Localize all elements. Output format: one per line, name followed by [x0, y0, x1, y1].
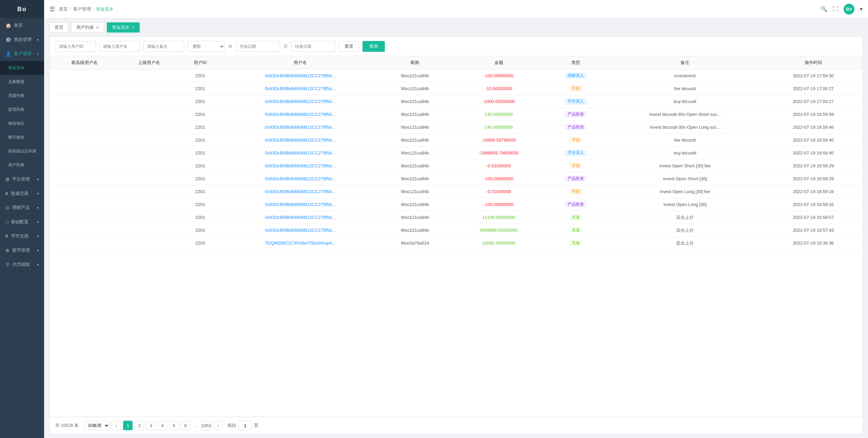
sidebar-item-newcoin[interactable]: ⊕ 新币管理 ▾: [0, 243, 44, 257]
sidebar-item-label: 提现列表: [8, 107, 24, 112]
fullscreen-icon[interactable]: ⛶: [833, 6, 838, 12]
avatar[interactable]: Bo: [844, 4, 854, 15]
username-input[interactable]: [99, 41, 140, 52]
cell-remark: investment: [606, 69, 764, 82]
cell-parent-user: [119, 172, 179, 185]
cell-parent-user: [119, 198, 179, 211]
cell-nickname: Moo121ca94b: [379, 95, 451, 108]
reset-button[interactable]: 重置: [339, 41, 359, 52]
col-amount: 金额: [451, 56, 546, 69]
filter-bar: 类型 全部 理财买入 手续 币市买入 产品投资 充值 ⚙ 至 重置 查询: [50, 37, 863, 56]
sidebar-item-kyc[interactable]: 初高级认证列表: [0, 144, 44, 158]
cell-top-user: [50, 121, 119, 134]
table-row: 2201 0x93DcB0fBd66806B12CC279f5d... Moo1…: [50, 198, 862, 211]
next-page-button[interactable]: ›: [213, 421, 223, 430]
col-remark: 备注: [606, 56, 764, 69]
cell-nickname: Moo121ca94b: [379, 172, 451, 185]
cell-remark: invest Open Short [30]: [606, 172, 764, 185]
cell-userid: 2201: [179, 134, 222, 147]
cell-type: 充值: [546, 211, 606, 224]
table-row: 2201 0x93DcB0fBd66806B12CC279f5d... Moo1…: [50, 172, 862, 185]
breadcrumb-home[interactable]: 首页: [59, 6, 68, 12]
tab-home[interactable]: 首页: [50, 22, 68, 33]
cell-top-user: [50, 108, 119, 121]
breadcrumb-customer[interactable]: 客户管理: [73, 6, 91, 12]
tab-userlist-close[interactable]: ✕: [96, 25, 99, 30]
start-date-input[interactable]: [236, 41, 280, 52]
newcoin-icon: ⊕: [5, 248, 9, 253]
menu-toggle-icon[interactable]: ☰: [50, 5, 55, 13]
sidebar-item-wallet[interactable]: 钱包地址: [0, 117, 44, 130]
cell-top-user: [50, 134, 119, 147]
cell-remark: 后台上分: [606, 211, 764, 224]
filter-settings-icon[interactable]: ⚙: [228, 44, 233, 49]
tab-funds-label: 资金流水: [112, 24, 130, 30]
page-3-button[interactable]: 3: [146, 421, 156, 430]
page-size-select[interactable]: 10条/页 20条/页 50条/页: [84, 421, 110, 430]
page-6-button[interactable]: 6: [181, 421, 190, 430]
page-unit: 页: [254, 422, 258, 429]
sidebar-item-tixian[interactable]: 提现列表: [0, 103, 44, 117]
col-parent-user: 上级用户名: [119, 56, 179, 69]
cell-amount: -100.00000000: [451, 172, 546, 185]
sidebar-item-tokenauth[interactable]: ⑦ 代币授权 ▾: [0, 257, 44, 272]
cell-type: 手续: [546, 134, 606, 147]
cell-parent-user: [119, 185, 179, 198]
page-4-button[interactable]: 4: [158, 421, 167, 430]
tab-userlist[interactable]: 用户列表 ✕: [71, 22, 104, 33]
sidebar-item-userlist[interactable]: 用户列表: [0, 158, 44, 172]
sidebar-item-home[interactable]: 🏠 首页: [0, 18, 44, 33]
type-select[interactable]: 类型 全部 理财买入 手续 币市买入 产品投资 充值: [188, 41, 225, 52]
col-top-user: 最高级用户名: [50, 56, 119, 69]
cell-type: 币市买入: [546, 95, 606, 108]
sidebar-item-funds[interactable]: 资金流水: [0, 61, 44, 75]
sidebar-item-platform[interactable]: ⊞ 平台管理 ▾: [0, 172, 44, 186]
query-button[interactable]: 查询: [362, 41, 385, 52]
cell-username: 0x93DcB0fBd66806B12CC279f5d...: [221, 211, 379, 224]
chevron-down-icon: ▾: [37, 206, 39, 210]
sidebar-item-bank[interactable]: 银行收款: [0, 130, 44, 144]
cell-remark: 后台上分: [606, 237, 764, 250]
chevron-down-icon: ▾: [37, 263, 39, 267]
page-1-button[interactable]: 1: [123, 421, 133, 430]
chevron-down-icon: ▾: [37, 220, 39, 224]
data-table-wrap: 最高级用户名 上级用户名 用户ID 用户名 昵称 金额 类型 备注 操作时间 2…: [50, 56, 863, 417]
sidebar-item-label: 首页: [14, 22, 23, 28]
logo: Bo: [0, 0, 44, 18]
cell-userid: 2201: [179, 224, 222, 237]
cell-time: 2022-07-19 16:59:40: [764, 147, 862, 160]
sidebar-item-finance[interactable]: ⊙ 理财产品 ▾: [0, 201, 44, 215]
page-2-button[interactable]: 2: [135, 421, 144, 430]
sidebar-item-baseconfig[interactable]: □ 基础配置 ▾: [0, 215, 44, 229]
goto-input[interactable]: [238, 421, 252, 430]
cell-remark: Invest btcusdt-30s-Open Short suc...: [606, 108, 764, 121]
cell-type: 手续: [546, 82, 606, 95]
last-page-button[interactable]: 1053: [201, 421, 211, 430]
end-date-input[interactable]: [291, 41, 335, 52]
topbar-right: 🔍 ⛶ Bo ▾: [821, 4, 863, 15]
sidebar-item-exchange[interactable]: 兑换数据: [0, 75, 44, 89]
cell-nickname: Moo121ca94b: [379, 121, 451, 134]
cell-parent-user: [119, 134, 179, 147]
sidebar-item-customer[interactable]: 👤 客户管理 ▾: [0, 47, 44, 61]
cell-top-user: [50, 211, 119, 224]
cell-username: 0x93DcB0fBd66806B12CC279f5d...: [221, 121, 379, 134]
pagination-bar: 共 10528 条 10条/页 20条/页 50条/页 ‹ 1 2 3 4 5 …: [50, 417, 863, 434]
cell-top-user: [50, 69, 119, 82]
cell-top-user: [50, 198, 119, 211]
sidebar-item-quicktrade[interactable]: ¥ 急速交易 ▾: [0, 186, 44, 201]
dropdown-icon[interactable]: ▾: [860, 6, 863, 12]
cell-amount: 11100.00000000: [451, 211, 546, 224]
tab-funds-close[interactable]: ✕: [132, 25, 135, 30]
search-icon[interactable]: 🔍: [821, 6, 827, 12]
cell-type: 产品投资: [546, 108, 606, 121]
page-5-button[interactable]: 5: [169, 421, 179, 430]
userid-input[interactable]: [55, 41, 96, 52]
sidebar-item-coinexchange[interactable]: ¥ 币市交易 ▾: [0, 229, 44, 243]
sidebar-item-system[interactable]: ⚙️ 系统管理 ▾: [0, 33, 44, 47]
tab-funds[interactable]: 资金流水 ✕: [107, 22, 140, 33]
prev-page-button[interactable]: ‹: [112, 421, 121, 430]
sidebar-item-recharge[interactable]: 充值列表: [0, 89, 44, 103]
remark-input[interactable]: [143, 41, 184, 52]
cell-top-user: [50, 237, 119, 250]
